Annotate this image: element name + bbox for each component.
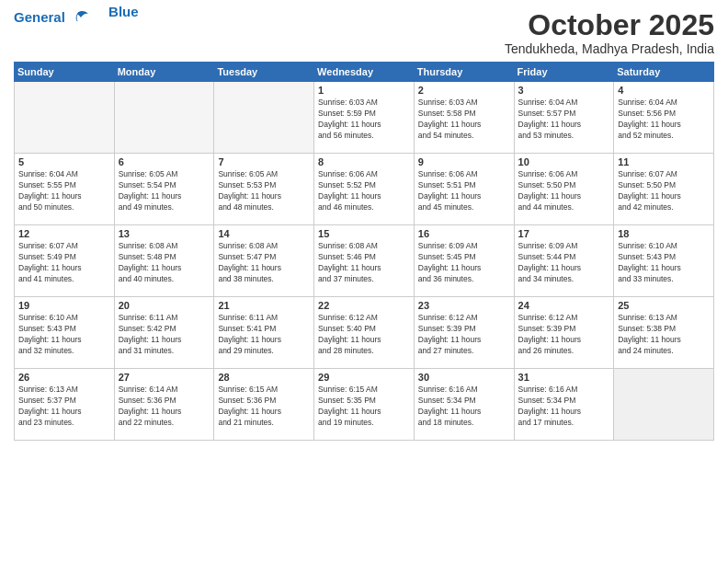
table-row: 11Sunrise: 6:07 AM Sunset: 5:50 PM Dayli… — [614, 154, 714, 225]
table-row: 19Sunrise: 6:10 AM Sunset: 5:43 PM Dayli… — [15, 297, 115, 369]
header-friday: Friday — [514, 63, 614, 82]
day-number: 18 — [618, 228, 710, 239]
day-info: Sunrise: 6:03 AM Sunset: 5:59 PM Dayligh… — [318, 98, 410, 142]
day-info: Sunrise: 6:11 AM Sunset: 5:42 PM Dayligh… — [119, 313, 210, 357]
day-info: Sunrise: 6:08 AM Sunset: 5:48 PM Dayligh… — [119, 241, 210, 285]
day-number: 23 — [418, 300, 510, 311]
table-row: 6Sunrise: 6:05 AM Sunset: 5:54 PM Daylig… — [114, 154, 214, 225]
table-row — [15, 82, 115, 154]
table-row: 16Sunrise: 6:09 AM Sunset: 5:45 PM Dayli… — [414, 225, 514, 297]
day-number: 27 — [119, 372, 210, 383]
day-number: 31 — [518, 372, 610, 383]
day-number: 16 — [418, 228, 510, 239]
table-row: 4Sunrise: 6:04 AM Sunset: 5:56 PM Daylig… — [614, 82, 714, 154]
day-info: Sunrise: 6:15 AM Sunset: 5:35 PM Dayligh… — [318, 385, 410, 429]
day-info: Sunrise: 6:09 AM Sunset: 5:45 PM Dayligh… — [418, 241, 510, 285]
table-row — [114, 82, 214, 154]
day-info: Sunrise: 6:13 AM Sunset: 5:38 PM Dayligh… — [618, 313, 710, 357]
table-row: 21Sunrise: 6:11 AM Sunset: 5:41 PM Dayli… — [214, 297, 314, 369]
day-info: Sunrise: 6:06 AM Sunset: 5:50 PM Dayligh… — [518, 169, 610, 213]
day-info: Sunrise: 6:12 AM Sunset: 5:39 PM Dayligh… — [418, 313, 510, 357]
day-number: 29 — [318, 372, 410, 383]
day-number: 26 — [18, 372, 110, 383]
day-info: Sunrise: 6:04 AM Sunset: 5:56 PM Dayligh… — [618, 98, 710, 142]
day-number: 2 — [418, 85, 510, 96]
header-monday: Monday — [114, 63, 214, 82]
day-number: 17 — [518, 228, 610, 239]
header-wednesday: Wednesday — [314, 63, 415, 82]
day-number: 13 — [119, 228, 210, 239]
calendar-subtitle: Tendukheda, Madhya Pradesh, India — [505, 41, 714, 56]
table-row: 26Sunrise: 6:13 AM Sunset: 5:37 PM Dayli… — [15, 369, 115, 441]
day-info: Sunrise: 6:09 AM Sunset: 5:44 PM Dayligh… — [518, 241, 610, 285]
day-number: 10 — [518, 156, 610, 167]
header-tuesday: Tuesday — [214, 63, 314, 82]
logo-general: General — [14, 9, 65, 25]
day-info: Sunrise: 6:16 AM Sunset: 5:34 PM Dayligh… — [518, 385, 610, 429]
table-row: 13Sunrise: 6:08 AM Sunset: 5:48 PM Dayli… — [114, 225, 214, 297]
table-row: 24Sunrise: 6:12 AM Sunset: 5:39 PM Dayli… — [514, 297, 614, 369]
table-row: 30Sunrise: 6:16 AM Sunset: 5:34 PM Dayli… — [414, 369, 514, 441]
table-row: 20Sunrise: 6:11 AM Sunset: 5:42 PM Dayli… — [114, 297, 214, 369]
day-info: Sunrise: 6:05 AM Sunset: 5:53 PM Dayligh… — [218, 169, 310, 213]
day-number: 19 — [18, 300, 110, 311]
header-sunday: Sunday — [15, 63, 115, 82]
day-number: 12 — [18, 228, 110, 239]
header-thursday: Thursday — [414, 63, 514, 82]
day-info: Sunrise: 6:15 AM Sunset: 5:36 PM Dayligh… — [218, 385, 310, 429]
table-row: 14Sunrise: 6:08 AM Sunset: 5:47 PM Dayli… — [214, 225, 314, 297]
day-number: 28 — [218, 372, 310, 383]
day-number: 9 — [418, 156, 510, 167]
table-row: 15Sunrise: 6:08 AM Sunset: 5:46 PM Dayli… — [314, 225, 415, 297]
logo: General Blue — [14, 9, 139, 27]
day-info: Sunrise: 6:14 AM Sunset: 5:36 PM Dayligh… — [119, 385, 210, 429]
table-row: 1Sunrise: 6:03 AM Sunset: 5:59 PM Daylig… — [314, 82, 415, 154]
day-info: Sunrise: 6:08 AM Sunset: 5:47 PM Dayligh… — [218, 241, 310, 285]
calendar-header: Sunday Monday Tuesday Wednesday Thursday… — [15, 63, 714, 82]
calendar-page: General Blue October 2025 Tendukheda, Ma… — [0, 0, 728, 563]
day-info: Sunrise: 6:05 AM Sunset: 5:54 PM Dayligh… — [119, 169, 210, 213]
day-info: Sunrise: 6:10 AM Sunset: 5:43 PM Dayligh… — [618, 241, 710, 285]
day-number: 22 — [318, 300, 410, 311]
table-row: 22Sunrise: 6:12 AM Sunset: 5:40 PM Dayli… — [314, 297, 415, 369]
day-info: Sunrise: 6:11 AM Sunset: 5:41 PM Dayligh… — [218, 313, 310, 357]
day-number: 11 — [618, 156, 710, 167]
day-info: Sunrise: 6:07 AM Sunset: 5:50 PM Dayligh… — [618, 169, 710, 213]
day-number: 24 — [518, 300, 610, 311]
table-row: 5Sunrise: 6:04 AM Sunset: 5:55 PM Daylig… — [15, 154, 115, 225]
header: General Blue October 2025 Tendukheda, Ma… — [14, 9, 714, 56]
table-row: 25Sunrise: 6:13 AM Sunset: 5:38 PM Dayli… — [614, 297, 714, 369]
day-number: 1 — [318, 85, 410, 96]
day-info: Sunrise: 6:06 AM Sunset: 5:52 PM Dayligh… — [318, 169, 410, 213]
table-row: 9Sunrise: 6:06 AM Sunset: 5:51 PM Daylig… — [414, 154, 514, 225]
day-info: Sunrise: 6:03 AM Sunset: 5:58 PM Dayligh… — [418, 98, 510, 142]
table-row: 18Sunrise: 6:10 AM Sunset: 5:43 PM Dayli… — [614, 225, 714, 297]
table-row: 27Sunrise: 6:14 AM Sunset: 5:36 PM Dayli… — [114, 369, 214, 441]
day-info: Sunrise: 6:13 AM Sunset: 5:37 PM Dayligh… — [18, 385, 110, 429]
table-row: 10Sunrise: 6:06 AM Sunset: 5:50 PM Dayli… — [514, 154, 614, 225]
day-number: 5 — [18, 156, 110, 167]
table-row — [614, 369, 714, 441]
header-saturday: Saturday — [614, 63, 714, 82]
day-info: Sunrise: 6:12 AM Sunset: 5:40 PM Dayligh… — [318, 313, 410, 357]
table-row: 12Sunrise: 6:07 AM Sunset: 5:49 PM Dayli… — [15, 225, 115, 297]
logo-text: General Blue — [14, 9, 139, 27]
day-number: 15 — [318, 228, 410, 239]
day-info: Sunrise: 6:06 AM Sunset: 5:51 PM Dayligh… — [418, 169, 510, 213]
table-row: 29Sunrise: 6:15 AM Sunset: 5:35 PM Dayli… — [314, 369, 415, 441]
table-row: 17Sunrise: 6:09 AM Sunset: 5:44 PM Dayli… — [514, 225, 614, 297]
day-info: Sunrise: 6:04 AM Sunset: 5:57 PM Dayligh… — [518, 98, 610, 142]
day-number: 7 — [218, 156, 310, 167]
day-number: 21 — [218, 300, 310, 311]
table-row: 7Sunrise: 6:05 AM Sunset: 5:53 PM Daylig… — [214, 154, 314, 225]
title-block: October 2025 Tendukheda, Madhya Pradesh,… — [505, 9, 714, 56]
day-number: 14 — [218, 228, 310, 239]
day-number: 20 — [119, 300, 210, 311]
day-number: 4 — [618, 85, 710, 96]
logo-blue: Blue — [108, 4, 139, 20]
table-row: 28Sunrise: 6:15 AM Sunset: 5:36 PM Dayli… — [214, 369, 314, 441]
table-row: 23Sunrise: 6:12 AM Sunset: 5:39 PM Dayli… — [414, 297, 514, 369]
day-info: Sunrise: 6:10 AM Sunset: 5:43 PM Dayligh… — [18, 313, 110, 357]
table-row: 31Sunrise: 6:16 AM Sunset: 5:34 PM Dayli… — [514, 369, 614, 441]
day-info: Sunrise: 6:08 AM Sunset: 5:46 PM Dayligh… — [318, 241, 410, 285]
